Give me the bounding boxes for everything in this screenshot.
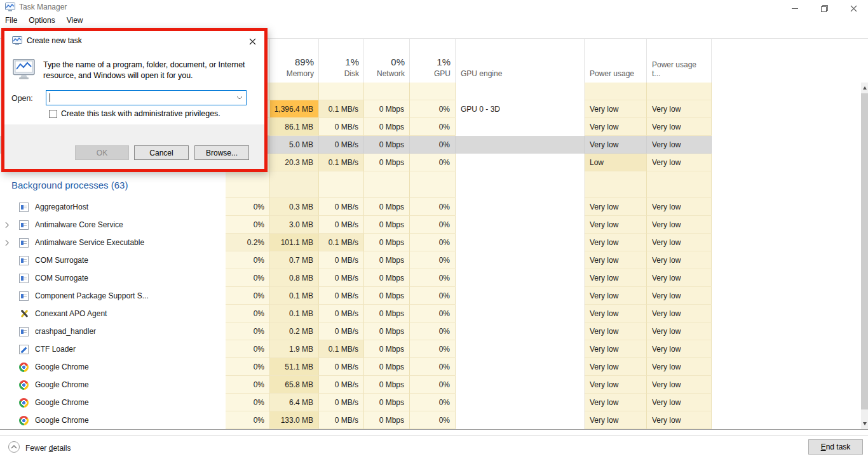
network-cell: 0 Mbps [364,358,410,376]
chrome-icon [19,380,29,390]
process-row[interactable]: Component Package Support S... 0% 0.1 MB… [0,287,712,305]
power-usage-trend-cell: Very low [647,376,712,394]
cpu-cell: 0% [226,198,270,216]
network-cell: 0 Mbps [364,234,410,251]
dialog-instruction-text: Type the name of a program, folder, docu… [43,60,253,81]
process-row[interactable]: Antimalware Service Executable 0.2% 101.… [0,234,712,251]
power-usage-trend-cell: Very low [647,340,712,358]
ok-button[interactable]: OK [75,145,129,160]
gpu-engine-cell [456,136,585,154]
memory-cell: 5.0 MB [270,136,319,154]
admin-privileges-checkbox[interactable] [49,110,57,118]
process-row[interactable]: crashpad_handler 0% 0.2 MB 0 MB/s 0 Mbps… [0,323,712,340]
process-row[interactable]: Google Chrome 0% 65.8 MB 0 MB/s 0 Mbps 0… [0,376,712,394]
power-usage-trend-cell: Very low [647,287,712,305]
browse-button[interactable]: Browse... [194,145,249,160]
process-row[interactable]: Google Chrome 0% 6.4 MB 0 MB/s 0 Mbps 0%… [0,394,712,411]
gpu-cell: 0% [410,198,456,216]
power-usage-trend-cell: Very low [647,136,712,154]
open-input[interactable] [46,91,233,105]
process-row[interactable]: AggregatorHost 0% 0.3 MB 0 MB/s 0 Mbps 0… [0,198,712,216]
memory-cell: 3.0 MB [270,216,319,234]
power-usage-trend-cell: Very low [647,198,712,216]
admin-privileges-option[interactable]: Create this task with administrative pri… [49,109,220,118]
scrollbar-thumb[interactable] [861,93,868,409]
process-row[interactable]: CTF Loader 0% 1.9 MB 0.1 MB/s 0 Mbps 0% … [0,340,712,358]
disk-cell: 0.1 MB/s [319,154,364,171]
dialog-titlebar: Create new task [4,31,264,50]
end-task-button[interactable]: End task [808,439,863,455]
gpu-cell: 0% [410,100,456,118]
power-usage-cell: Very low [585,305,647,323]
column-header-network[interactable]: 0% Network [364,38,410,83]
power-usage-trend-cell: Very low [647,358,712,376]
process-name: crashpad_handler [35,327,96,336]
power-usage-trend-cell: Very low [647,154,712,171]
expand-chevron-icon[interactable] [5,239,17,246]
network-cell: 0 Mbps [364,323,410,340]
disk-cell: 0 MB/s [319,251,364,269]
network-cell: 0 Mbps [364,216,410,234]
column-header-gpu-engine[interactable]: GPU engine [456,38,585,83]
cpu-cell: 0% [226,251,270,269]
fewer-details-toggle[interactable]: Fewer details [8,441,71,455]
column-header-memory[interactable]: 89% Memory [270,38,319,83]
menu-view[interactable]: View [61,16,89,25]
process-row[interactable]: COM Surrogate 0% 0.7 MB 0 MB/s 0 Mbps 0%… [0,251,712,269]
memory-cell: 6.4 MB [270,394,319,411]
process-row[interactable]: Antimalware Core Service 0% 3.0 MB 0 MB/… [0,216,712,234]
process-name: Google Chrome [35,380,89,389]
scrollbar-down-arrow-icon[interactable] [861,418,868,429]
power-usage-cell: Very low [585,269,647,287]
gpu-cell: 0% [410,154,456,171]
open-label: Open: [11,94,33,103]
column-header-power-usage-trend[interactable]: Power usage t... [647,38,712,83]
expand-chevron-icon[interactable] [5,222,17,229]
power-usage-cell: Very low [585,358,647,376]
memory-cell: 101.1 MB [270,234,319,251]
column-header-gpu[interactable]: 1% GPU [410,38,456,83]
column-headers: 89% Memory 1% Disk 0% Network 1% GPU GPU… [226,38,712,83]
cpu-cell: 0% [226,305,270,323]
application-icon [19,256,29,265]
vertical-scrollbar[interactable] [861,83,868,429]
group-header-row[interactable]: Background processes (63) [0,171,712,198]
memory-cell: 86.1 MB [270,118,319,136]
application-icon [19,291,29,301]
create-new-task-dialog: Create new task Type the name of a progr… [4,31,264,169]
tools-icon [19,309,29,319]
menu-options[interactable]: Options [23,16,60,25]
network-cell: 0 Mbps [364,305,410,323]
process-row[interactable]: Conexant APO Agent 0% 0.1 MB 0 MB/s 0 Mb… [0,305,712,323]
column-header-power-usage[interactable]: Power usage [585,38,647,83]
gpu-cell: 0% [410,394,456,411]
menu-file[interactable]: File [5,16,23,25]
column-header-disk[interactable]: 1% Disk [319,38,364,83]
gpu-cell: 0% [410,234,456,251]
process-name: Antimalware Core Service [35,220,123,229]
process-row[interactable]: Google Chrome 0% 133.0 MB 0 MB/s 0 Mbps … [0,411,712,429]
application-icon [19,220,29,230]
open-combobox[interactable] [46,90,247,105]
power-usage-trend-cell: Very low [647,269,712,287]
memory-cell: 0.1 MB [270,287,319,305]
cpu-cell: 0.2% [226,234,270,251]
gpu-cell: 0% [410,323,456,340]
pen-icon [19,345,29,354]
dialog-close-icon[interactable] [243,34,261,49]
gpu-cell: 0% [410,305,456,323]
footer-bar: Fewer details End task [0,435,868,459]
menubar: File Options View [0,14,868,27]
power-usage-cell: Very low [585,118,647,136]
power-usage-trend-cell: Very low [647,394,712,411]
scrollbar-up-arrow-icon[interactable] [861,83,868,93]
chevron-down-icon[interactable] [233,91,246,105]
gpu-cell: 0% [410,376,456,394]
gpu-cell: 0% [410,287,456,305]
process-row[interactable]: COM Surrogate 0% 0.8 MB 0 MB/s 0 Mbps 0%… [0,269,712,287]
disk-cell: 0 MB/s [319,287,364,305]
network-cell: 0 Mbps [364,411,410,429]
process-row[interactable]: Google Chrome 0% 51.1 MB 0 MB/s 0 Mbps 0… [0,358,712,376]
cancel-button[interactable]: Cancel [134,145,189,160]
power-usage-trend-cell: Very low [647,305,712,323]
